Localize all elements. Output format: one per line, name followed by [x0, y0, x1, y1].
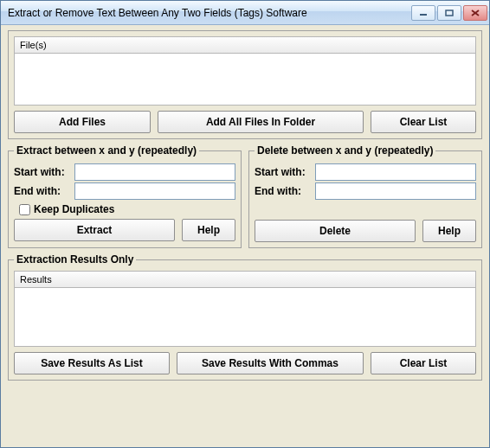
minimize-icon: [419, 10, 428, 16]
window-title: Extract or Remove Text Between Any Two F…: [8, 7, 411, 19]
extract-end-label: End with:: [14, 185, 69, 197]
client-area: File(s) Add Files Add All Files In Folde…: [1, 25, 489, 447]
delete-group: Delete between x and y (repeatedly) Star…: [248, 144, 482, 248]
clear-results-list-button[interactable]: Clear List: [371, 352, 476, 374]
clear-files-list-button[interactable]: Clear List: [371, 111, 476, 133]
delete-action-row: Delete Help: [255, 220, 476, 242]
results-group: Extraction Results Only Results Save Res…: [8, 253, 482, 381]
extract-start-input[interactable]: [74, 163, 235, 181]
close-button[interactable]: [463, 5, 487, 21]
files-button-row: Add Files Add All Files In Folder Clear …: [14, 111, 476, 133]
extract-group: Extract between x and y (repeatedly) Sta…: [8, 144, 242, 248]
extract-delete-row: Extract between x and y (repeatedly) Sta…: [8, 144, 482, 248]
extract-help-button[interactable]: Help: [182, 219, 235, 241]
keep-duplicates-label: Keep Duplicates: [34, 203, 114, 215]
titlebar: Extract or Remove Text Between Any Two F…: [1, 1, 489, 25]
extract-action-row: Extract Help: [14, 219, 235, 241]
extract-legend: Extract between x and y (repeatedly): [14, 144, 199, 157]
add-files-button[interactable]: Add Files: [14, 111, 151, 133]
results-legend: Extraction Results Only: [14, 253, 136, 266]
maximize-icon: [445, 10, 454, 16]
results-list-header: Results: [14, 271, 476, 288]
delete-end-input[interactable]: [315, 182, 476, 200]
files-list[interactable]: [14, 54, 476, 106]
extract-start-label: Start with:: [14, 166, 69, 178]
extract-button[interactable]: Extract: [14, 219, 175, 241]
delete-end-row: End with:: [255, 182, 476, 200]
add-all-files-in-folder-button[interactable]: Add All Files In Folder: [158, 111, 364, 133]
keep-duplicates-row: Keep Duplicates: [19, 203, 235, 215]
app-window: Extract or Remove Text Between Any Two F…: [0, 0, 490, 448]
delete-button[interactable]: Delete: [255, 220, 416, 242]
window-controls: [411, 5, 487, 21]
extract-end-row: End with:: [14, 182, 235, 200]
files-list-header: File(s): [14, 36, 476, 54]
keep-duplicates-checkbox[interactable]: [19, 204, 30, 215]
maximize-button[interactable]: [437, 5, 461, 21]
delete-legend: Delete between x and y (repeatedly): [255, 144, 435, 157]
svg-rect-1: [446, 10, 453, 16]
delete-spacer: [255, 202, 476, 220]
close-icon: [471, 10, 480, 16]
results-list[interactable]: [14, 288, 476, 347]
delete-start-label: Start with:: [255, 166, 310, 178]
results-button-row: Save Results As List Save Results With C…: [14, 352, 476, 374]
delete-help-button[interactable]: Help: [422, 220, 476, 242]
delete-start-input[interactable]: [315, 163, 476, 181]
save-results-as-list-button[interactable]: Save Results As List: [14, 352, 170, 374]
delete-end-label: End with:: [255, 185, 310, 197]
save-results-with-commas-button[interactable]: Save Results With Commas: [177, 352, 364, 374]
minimize-button[interactable]: [411, 5, 435, 21]
extract-end-input[interactable]: [74, 182, 235, 200]
delete-start-row: Start with:: [255, 163, 476, 181]
extract-start-row: Start with:: [14, 163, 235, 181]
files-group: File(s) Add Files Add All Files In Folde…: [8, 30, 482, 139]
